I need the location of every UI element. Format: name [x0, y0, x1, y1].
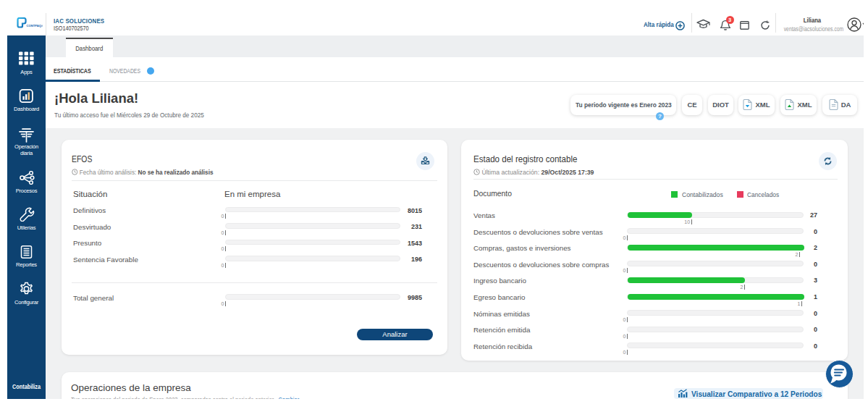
- svg-text:CONTPAQi®: CONTPAQi®: [27, 24, 43, 28]
